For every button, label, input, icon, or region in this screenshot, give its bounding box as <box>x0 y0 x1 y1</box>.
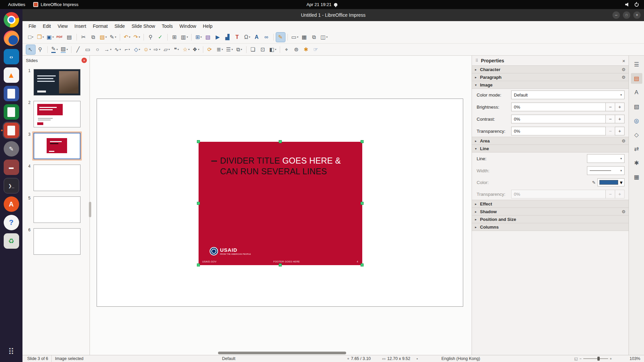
distribute-button[interactable]: ☰▾ <box>225 45 234 54</box>
contrast-increase-button[interactable]: + <box>615 115 625 123</box>
line-transparency-decrease-button[interactable]: − <box>605 190 615 198</box>
points-button[interactable]: ⌖ <box>282 45 291 54</box>
fill-color-button[interactable]: ▨▾ <box>60 45 69 54</box>
spelling-button[interactable]: ✓ <box>156 33 165 42</box>
color-picker-icon[interactable]: ✎ <box>592 180 596 185</box>
contrast-input[interactable] <box>511 115 606 123</box>
dock-show-apps[interactable]: ⠿ <box>4 344 19 359</box>
panel-grip-icon[interactable]: ⠿ <box>475 58 478 63</box>
slide-thumbnail-5[interactable] <box>32 195 82 224</box>
insert-image-button[interactable]: ▧ <box>204 33 213 42</box>
menu-view[interactable]: View <box>54 22 71 30</box>
close-button[interactable]: × <box>633 11 641 19</box>
selection-handle[interactable] <box>361 140 364 143</box>
gear-icon[interactable]: ⚙ <box>622 209 626 214</box>
duplicate-slide-button[interactable]: ⧉ <box>310 33 319 42</box>
slides-panel-close-icon[interactable]: × <box>82 58 87 63</box>
zoom-slider[interactable] <box>583 358 608 359</box>
brightness-increase-button[interactable]: + <box>615 103 625 111</box>
menu-edit[interactable]: Edit <box>40 22 54 30</box>
dock-files[interactable]: ▬ <box>4 160 19 175</box>
separator[interactable] <box>167 34 168 41</box>
section-effect[interactable]: ▸ Effect <box>472 200 629 208</box>
color-mode-select[interactable]: Default ▾ <box>511 90 625 99</box>
paste-button[interactable]: ▧▾ <box>99 33 108 42</box>
minimize-button[interactable]: – <box>612 11 620 19</box>
tab-gallery[interactable]: ▧ <box>631 101 642 112</box>
section-image[interactable]: ▾ Image <box>472 81 629 89</box>
tab-navigator[interactable]: ◎ <box>631 115 642 126</box>
cut-button[interactable]: ✂ <box>79 33 88 42</box>
selection-handle[interactable] <box>197 140 200 143</box>
scrollbar-thumb[interactable] <box>218 352 346 354</box>
active-app-menu[interactable]: LibreOffice Impress <box>30 0 82 9</box>
interaction-button[interactable]: ☞ <box>312 45 321 54</box>
dock-firefox[interactable] <box>4 31 19 46</box>
selection-handle[interactable] <box>279 263 282 266</box>
lines-and-arrows-button[interactable]: →▾ <box>103 45 112 54</box>
display-views-button[interactable]: ▥▾ <box>180 33 189 42</box>
shadow-button[interactable]: ❏ <box>249 45 258 54</box>
selection-handle[interactable] <box>197 202 200 205</box>
insert-chart-button[interactable]: ▟ <box>223 33 232 42</box>
image-filter-button[interactable]: ◧▾ <box>268 45 277 54</box>
tab-styles[interactable]: A <box>631 87 642 98</box>
insert-hyperlink-button[interactable]: ∞ <box>262 33 271 42</box>
zoom-level-status[interactable]: 103% <box>630 355 640 362</box>
open-button[interactable]: ❒▾ <box>36 33 45 42</box>
slide-thumbnail-2[interactable] <box>32 100 82 129</box>
menu-format[interactable]: Format <box>90 22 111 30</box>
insert-special-character-button[interactable]: Ω▾ <box>243 33 252 42</box>
dock-libreoffice-calc[interactable] <box>4 104 19 120</box>
activities-button[interactable]: Activities <box>5 0 29 9</box>
tab-animation[interactable]: ✱ <box>631 158 642 168</box>
separator[interactable] <box>246 46 247 53</box>
redo-button[interactable]: ↷▾ <box>132 33 141 42</box>
tab-properties[interactable]: ▤ <box>631 73 642 84</box>
separator[interactable] <box>273 34 274 41</box>
image-transparency-input[interactable] <box>511 127 606 135</box>
brightness-decrease-button[interactable]: − <box>605 103 615 111</box>
dock-gimp[interactable]: ✎ <box>4 141 19 157</box>
stars-banners-button[interactable]: ☆▾ <box>182 45 191 54</box>
selected-image[interactable]: DIVIDER TITLE GOES HERE & CAN RUN SEVERA… <box>199 142 362 265</box>
panel-splitter-handle[interactable] <box>89 202 91 217</box>
line-width-select[interactable]: ▾ <box>587 166 625 175</box>
menu-window[interactable]: Window <box>176 22 200 30</box>
tab-shapes[interactable]: ◇ <box>631 129 642 140</box>
section-columns[interactable]: ▸ Columns <box>472 223 629 231</box>
gear-icon[interactable]: ⚙ <box>622 138 626 143</box>
zoom-slider-thumb[interactable] <box>597 357 600 361</box>
insert-fontwork-button[interactable]: A <box>252 33 261 42</box>
line-color-button[interactable]: ▾ <box>597 178 625 186</box>
dock-vlc[interactable]: ▲ <box>4 67 19 83</box>
flowchart-shapes-button[interactable]: ▱▾ <box>162 45 171 54</box>
section-paragraph[interactable]: ▸ Paragraph ⚙ <box>472 73 629 81</box>
zoom-pan-button[interactable]: ⚲ <box>36 45 45 54</box>
undo-button[interactable]: ↶▾ <box>122 33 131 42</box>
line-style-select[interactable]: ▾ <box>587 154 625 163</box>
clone-formatting-button[interactable]: ✎▾ <box>108 33 117 42</box>
menu-file[interactable]: File <box>25 22 40 30</box>
window-titlebar[interactable]: Untitled 1 - LibreOffice Impress – □ × <box>22 9 644 21</box>
menu-slide-show[interactable]: Slide Show <box>128 22 158 30</box>
dock-help[interactable]: ? <box>4 215 19 230</box>
export-pdf-button[interactable]: PDF <box>55 33 64 42</box>
separator[interactable] <box>280 46 280 53</box>
line-transparency-input[interactable] <box>511 190 606 198</box>
dock-chrome[interactable] <box>4 12 19 27</box>
find-replace-button[interactable]: ⚲ <box>146 33 155 42</box>
zoom-out-button[interactable]: − <box>579 357 581 361</box>
slide-layout-button[interactable]: ◫▾ <box>320 33 329 42</box>
insert-text-box-button[interactable]: T <box>233 33 242 42</box>
clock-menu[interactable]: Apr 21 19:21 <box>307 2 337 7</box>
show-draw-functions-button[interactable]: ✎ <box>276 33 285 42</box>
insert-line-button[interactable]: ╱ <box>74 45 83 54</box>
system-status-area[interactable] <box>625 3 644 7</box>
gluepoints-button[interactable]: ⊚ <box>292 45 301 54</box>
tab-slide-transition[interactable]: ⇄ <box>631 143 642 154</box>
dock-trash[interactable]: ♻ <box>4 233 19 249</box>
menu-tools[interactable]: Tools <box>158 22 176 30</box>
display-grid-button[interactable]: ⊞ <box>170 33 179 42</box>
save-button[interactable]: ▣▾ <box>46 33 55 42</box>
